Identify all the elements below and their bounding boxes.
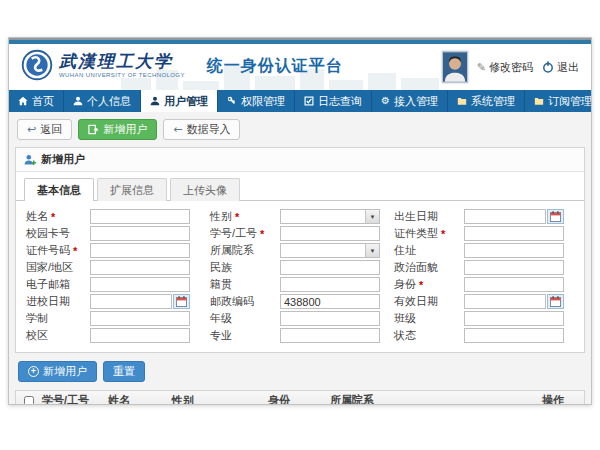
- id-type-input[interactable]: [464, 226, 564, 241]
- field-label: 专业: [210, 328, 232, 343]
- field-label: 政治面貌: [394, 260, 438, 275]
- field-label: 电子邮箱: [26, 277, 70, 292]
- nav-label: 个人信息: [87, 94, 131, 109]
- valid-date-input[interactable]: [464, 294, 546, 309]
- add-user-toolbar-button[interactable]: 新增用户: [78, 119, 157, 140]
- grade-field: 年级: [210, 310, 394, 327]
- valid-date-calendar-button[interactable]: [547, 294, 564, 309]
- column-header-name: 姓名: [108, 393, 172, 404]
- campus-card-field: 校园卡号: [26, 225, 210, 242]
- basic-info-form: 姓名* 性别* ▼ 出生日期 校园卡号 学号/工号*: [16, 201, 584, 352]
- tab-upload-avatar[interactable]: 上传头像: [170, 178, 240, 201]
- plus-circle-icon: +: [28, 366, 39, 377]
- email-input[interactable]: [90, 277, 190, 292]
- class-input[interactable]: [464, 311, 564, 326]
- ethnicity-input[interactable]: [280, 260, 380, 275]
- identity-input[interactable]: [464, 277, 564, 292]
- address-input[interactable]: [464, 243, 564, 258]
- enroll-date-calendar-button[interactable]: [173, 294, 190, 309]
- field-label: 班级: [394, 311, 416, 326]
- status-input[interactable]: [464, 328, 564, 343]
- add-person-icon: [24, 154, 36, 166]
- panel-title: 新增用户: [41, 152, 85, 167]
- nav-item-home[interactable]: 首页: [9, 90, 64, 112]
- logout-link[interactable]: 退出: [542, 60, 579, 75]
- field-label: 邮政编码: [210, 294, 254, 309]
- campus-input[interactable]: [90, 328, 190, 343]
- column-header-identity: 身份: [268, 393, 330, 404]
- select-all-checkbox[interactable]: [24, 396, 34, 404]
- home-icon: [18, 96, 28, 106]
- status-field: 状态: [394, 327, 578, 344]
- auth-platform-window: 武漢理工大学 WUHAN UNIVERSITY OF TECHNOLOGY 统一…: [8, 37, 592, 405]
- major-input[interactable]: [280, 328, 380, 343]
- power-icon: [542, 61, 554, 73]
- native-place-input[interactable]: [280, 277, 380, 292]
- field-label: 年级: [210, 311, 232, 326]
- university-logo: 武漢理工大学 WUHAN UNIVERSITY OF TECHNOLOGY: [59, 53, 185, 78]
- data-import-label: 数据导入: [186, 123, 230, 136]
- id-type-field: 证件类型*: [394, 225, 578, 242]
- user-list-table: 学号/工号 姓名 性别 身份 所属院系 操作: [15, 390, 585, 404]
- tab-extended-info[interactable]: 扩展信息: [97, 178, 167, 201]
- column-header-actions: 操作: [542, 393, 584, 404]
- field-label: 住址: [394, 243, 416, 258]
- change-password-link[interactable]: ✎ 修改密码: [477, 60, 533, 75]
- department-select[interactable]: ▼: [280, 243, 380, 258]
- schooling-length-input[interactable]: [90, 311, 190, 326]
- grade-input[interactable]: [280, 311, 380, 326]
- logout-label: 退出: [557, 60, 579, 75]
- postal-code-input[interactable]: [280, 294, 380, 309]
- field-label: 状态: [394, 328, 416, 343]
- id-number-input[interactable]: [90, 243, 190, 258]
- birth-date-calendar-button[interactable]: [547, 209, 564, 224]
- add-form-icon: [88, 124, 99, 135]
- nav-label: 接入管理: [394, 94, 438, 109]
- student-id-input[interactable]: [280, 226, 380, 241]
- required-asterisk: *: [260, 228, 264, 240]
- country-region-input[interactable]: [90, 260, 190, 275]
- pencil-icon: ✎: [477, 61, 486, 74]
- enroll-date-input[interactable]: [90, 294, 172, 309]
- field-label: 国家/地区: [26, 260, 73, 275]
- form-actions: + 新增用户 重置: [18, 361, 585, 382]
- nav-item-system[interactable]: 系统管理: [448, 90, 525, 112]
- university-name-cn: 武漢理工大学: [59, 53, 185, 70]
- field-label: 证件类型: [394, 226, 438, 241]
- nav-item-logs[interactable]: 日志查询: [295, 90, 372, 112]
- add-user-button-label: 新增用户: [103, 123, 147, 136]
- back-button[interactable]: ↩ 返回: [17, 119, 72, 140]
- ethnicity-field: 民族: [210, 259, 394, 276]
- field-label: 性别: [210, 209, 232, 224]
- nav-item-user-management[interactable]: 用户管理: [141, 90, 218, 112]
- change-password-label: 修改密码: [489, 60, 533, 75]
- back-arrow-icon: ↩: [27, 123, 36, 136]
- folder-icon: [457, 96, 467, 106]
- nav-item-profile[interactable]: 个人信息: [64, 90, 141, 112]
- field-label: 所属院系: [210, 243, 254, 258]
- required-asterisk: *: [235, 211, 239, 223]
- tab-basic-info[interactable]: 基本信息: [24, 178, 94, 201]
- name-input[interactable]: [90, 209, 190, 224]
- nav-item-subscription[interactable]: 订阅管理: [525, 90, 592, 112]
- birth-date-input[interactable]: [464, 209, 546, 224]
- postal-code-field: 邮政编码: [210, 293, 394, 310]
- folder-icon: [534, 96, 544, 106]
- gear-icon: ⚙: [381, 96, 390, 106]
- gender-select[interactable]: ▼: [280, 209, 380, 224]
- person-icon: [73, 96, 83, 106]
- field-label: 校区: [26, 328, 48, 343]
- reset-button[interactable]: 重置: [103, 361, 145, 382]
- users-icon: [150, 96, 160, 106]
- political-status-input[interactable]: [464, 260, 564, 275]
- import-arrow-icon: ←: [173, 123, 182, 136]
- field-label: 有效日期: [394, 294, 438, 309]
- nav-item-permissions[interactable]: 权限管理: [218, 90, 295, 112]
- field-label: 籍贯: [210, 277, 232, 292]
- submit-add-user-button[interactable]: + 新增用户: [18, 361, 97, 382]
- page-header: 武漢理工大学 WUHAN UNIVERSITY OF TECHNOLOGY 统一…: [9, 44, 591, 90]
- campus-card-input[interactable]: [90, 226, 190, 241]
- nav-item-access[interactable]: ⚙ 接入管理: [372, 90, 448, 112]
- panel-header: 新增用户: [16, 148, 584, 172]
- data-import-button[interactable]: ← 数据导入: [163, 119, 240, 140]
